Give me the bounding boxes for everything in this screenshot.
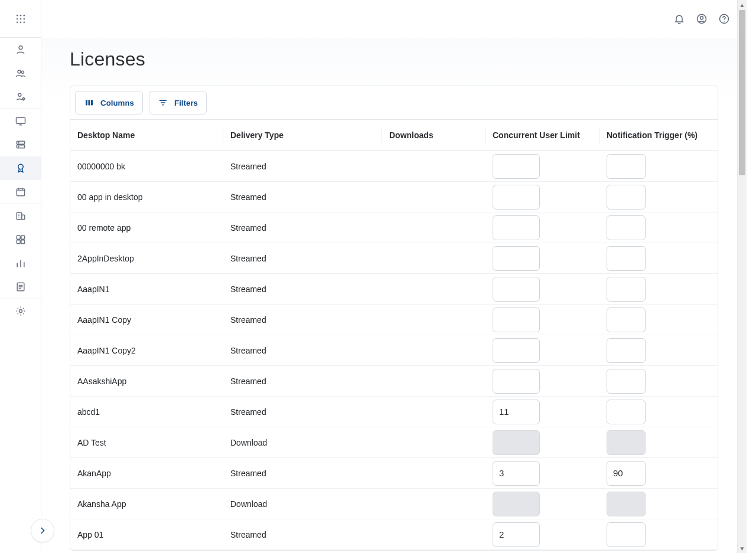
notification-trigger-input[interactable] bbox=[607, 369, 646, 394]
sidebar bbox=[0, 0, 41, 553]
page-scrollbar[interactable]: ▲ ▼ bbox=[737, 0, 747, 553]
table-row[interactable]: AaapIN1 CopyStreamed bbox=[70, 305, 718, 335]
cell-concurrent-limit bbox=[485, 151, 599, 181]
scroll-thumb[interactable] bbox=[739, 10, 745, 175]
columns-button[interactable]: Columns bbox=[75, 91, 143, 114]
concurrent-limit-input[interactable] bbox=[493, 246, 540, 271]
cell-concurrent-limit bbox=[485, 212, 599, 243]
svg-point-10 bbox=[18, 70, 21, 73]
svg-rect-20 bbox=[17, 189, 24, 196]
scroll-down-arrow-icon[interactable]: ▼ bbox=[738, 544, 747, 553]
cell-desktop-name: AD Test bbox=[70, 427, 223, 457]
filters-button[interactable]: Filters bbox=[149, 91, 207, 114]
table-row[interactable]: AAsakshiAppStreamed bbox=[70, 366, 718, 397]
table-row[interactable]: 00000000 bkStreamed bbox=[70, 151, 718, 182]
notification-trigger-input[interactable] bbox=[607, 215, 646, 240]
cell-desktop-name: AaapIN1 bbox=[70, 274, 223, 304]
sidebar-item-desktop[interactable] bbox=[0, 109, 41, 133]
concurrent-limit-input[interactable] bbox=[493, 307, 540, 332]
table-row[interactable]: 2AppInDesktopStreamed bbox=[70, 243, 718, 274]
concurrent-limit-input[interactable] bbox=[493, 185, 540, 210]
cell-delivery-type: Streamed bbox=[223, 335, 382, 365]
notification-trigger-input bbox=[607, 430, 646, 455]
col-header-desktop-name[interactable]: Desktop Name bbox=[70, 120, 223, 150]
table-row[interactable]: AaapIN1Streamed bbox=[70, 274, 718, 305]
notification-trigger-input[interactable] bbox=[607, 154, 646, 179]
svg-point-11 bbox=[21, 71, 24, 73]
table-row[interactable]: 00 app in desktopStreamed bbox=[70, 182, 718, 212]
notification-trigger-input[interactable] bbox=[607, 185, 646, 210]
svg-rect-23 bbox=[17, 235, 20, 239]
notification-trigger-input[interactable] bbox=[607, 307, 646, 332]
licenses-panel: Columns Filters Desktop Name Delivery Ty… bbox=[70, 86, 718, 551]
table-row[interactable]: AD TestDownload bbox=[70, 427, 718, 458]
cell-concurrent-limit bbox=[485, 427, 599, 457]
sidebar-item-calendar[interactable] bbox=[0, 180, 41, 204]
apps-icon bbox=[15, 234, 27, 246]
cell-delivery-type: Streamed bbox=[223, 151, 382, 181]
col-header-delivery-type[interactable]: Delivery Type bbox=[223, 120, 382, 150]
sidebar-item-apps[interactable] bbox=[0, 228, 41, 251]
cell-concurrent-limit bbox=[485, 397, 599, 427]
cell-notification-trigger bbox=[599, 335, 706, 365]
col-header-notification-trigger[interactable]: Notification Trigger (%) bbox=[599, 120, 706, 150]
scroll-up-arrow-icon[interactable]: ▲ bbox=[738, 0, 747, 9]
sidebar-item-settings[interactable] bbox=[0, 299, 41, 323]
notification-trigger-input[interactable] bbox=[607, 338, 646, 363]
table-row[interactable]: abcd1Streamed bbox=[70, 397, 718, 427]
app-switcher-button[interactable] bbox=[0, 0, 41, 38]
sidebar-item-organization[interactable] bbox=[0, 204, 41, 228]
cell-notification-trigger bbox=[599, 519, 706, 549]
cell-concurrent-limit bbox=[485, 305, 599, 335]
concurrent-limit-input[interactable] bbox=[493, 154, 540, 179]
table-row[interactable]: Akansha AppDownload bbox=[70, 489, 718, 519]
desktop-icon bbox=[15, 115, 27, 127]
expand-sidebar-button[interactable] bbox=[31, 519, 54, 542]
notification-trigger-input[interactable] bbox=[607, 246, 646, 271]
col-header-downloads[interactable]: Downloads bbox=[382, 120, 485, 150]
notification-trigger-input[interactable] bbox=[607, 400, 646, 424]
cell-downloads bbox=[382, 366, 485, 396]
cell-delivery-type: Streamed bbox=[223, 519, 382, 549]
concurrent-limit-input[interactable] bbox=[493, 215, 540, 240]
svg-point-32 bbox=[724, 21, 725, 21]
cell-delivery-type: Streamed bbox=[223, 397, 382, 427]
account-button[interactable] bbox=[693, 11, 710, 27]
cell-notification-trigger bbox=[599, 458, 706, 488]
table-row[interactable]: AaapIN1 Copy2Streamed bbox=[70, 335, 718, 366]
svg-point-4 bbox=[19, 18, 21, 19]
notifications-button[interactable] bbox=[671, 11, 687, 27]
help-button[interactable] bbox=[716, 11, 732, 27]
cell-desktop-name: App 01 bbox=[70, 519, 223, 549]
sidebar-item-users[interactable] bbox=[0, 61, 41, 85]
grid-toolbar: Columns Filters bbox=[70, 86, 718, 119]
concurrent-limit-input[interactable] bbox=[493, 338, 540, 363]
svg-point-1 bbox=[19, 14, 21, 16]
table-row[interactable]: AkanAppStreamed bbox=[70, 458, 718, 489]
table-row[interactable]: 00 remote appStreamed bbox=[70, 212, 718, 243]
grid-body: 00000000 bkStreamed00 app in desktopStre… bbox=[70, 151, 718, 550]
notification-trigger-input[interactable] bbox=[607, 277, 646, 302]
concurrent-limit-input[interactable] bbox=[493, 400, 540, 424]
cell-concurrent-limit bbox=[485, 489, 599, 519]
sidebar-item-user-settings[interactable] bbox=[0, 85, 41, 109]
sidebar-item-server[interactable] bbox=[0, 133, 41, 156]
concurrent-limit-input[interactable] bbox=[493, 277, 540, 302]
sidebar-item-licenses[interactable] bbox=[0, 156, 41, 180]
svg-point-5 bbox=[23, 18, 25, 19]
sidebar-item-analytics[interactable] bbox=[0, 251, 41, 275]
concurrent-limit-input[interactable] bbox=[493, 461, 540, 486]
cell-notification-trigger bbox=[599, 212, 706, 243]
svg-point-9 bbox=[19, 46, 22, 50]
sidebar-item-user[interactable] bbox=[0, 38, 41, 61]
columns-icon bbox=[84, 97, 94, 108]
notification-trigger-input[interactable] bbox=[607, 522, 646, 547]
notification-trigger-input[interactable] bbox=[607, 461, 646, 486]
sidebar-item-document[interactable] bbox=[0, 275, 41, 299]
cell-concurrent-limit bbox=[485, 366, 599, 396]
concurrent-limit-input[interactable] bbox=[493, 369, 540, 394]
concurrent-limit-input[interactable] bbox=[493, 522, 540, 547]
table-row[interactable]: App 01Streamed bbox=[70, 519, 718, 550]
col-header-concurrent-limit[interactable]: Concurrent User Limit bbox=[485, 120, 599, 150]
app-root: Licenses Columns Filters Desktop Name D bbox=[0, 0, 747, 553]
